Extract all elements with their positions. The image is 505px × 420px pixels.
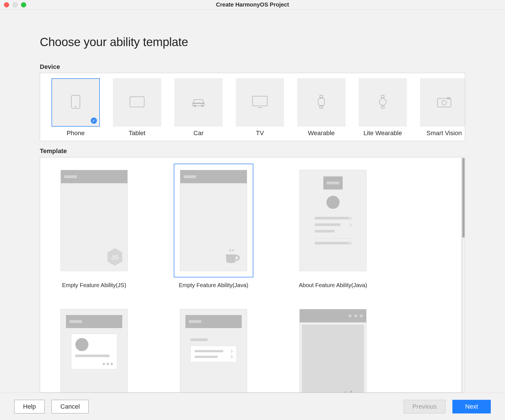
- footer: Help Cancel Previous Next: [0, 393, 505, 420]
- device-tile: ✓: [236, 78, 284, 127]
- device-phone[interactable]: ✓ Phone: [51, 78, 100, 137]
- template-preview: [180, 309, 247, 393]
- wearable-icon: [317, 95, 326, 110]
- template-list: JS Empty Feature Ability(JS) Empty Featu…: [40, 157, 462, 393]
- svg-point-11: [379, 98, 386, 105]
- svg-rect-8: [318, 98, 324, 106]
- template-card: [293, 164, 373, 277]
- device-label: Car: [193, 129, 203, 137]
- tv-icon: [252, 96, 268, 109]
- svg-rect-9: [320, 95, 323, 98]
- template-label: Empty Feature Ability(JS): [62, 282, 126, 289]
- device-tile: ✓: [51, 78, 100, 127]
- svg-rect-10: [320, 106, 323, 108]
- content-area: Choose your ability template Device ✓ Ph…: [0, 10, 505, 393]
- titlebar: Create HarmonyOS Project: [0, 0, 505, 10]
- svg-text:JS: JS: [111, 254, 119, 261]
- template-section-label: Template: [40, 147, 465, 155]
- phone-icon: [71, 95, 80, 110]
- template-card: JS: [54, 164, 134, 277]
- page-heading: Choose your ability template: [40, 35, 465, 49]
- device-tablet[interactable]: ✓ Tablet: [113, 78, 161, 137]
- device-tile: ✓: [113, 78, 161, 127]
- template-card: [174, 303, 253, 393]
- check-icon: ✓: [91, 118, 97, 124]
- template-scrollbar[interactable]: [462, 157, 465, 393]
- template-card: [174, 164, 253, 277]
- java-icon: [224, 249, 242, 266]
- device-label: Lite Wearable: [363, 129, 402, 137]
- js-icon: JS: [106, 248, 123, 267]
- template-preview: [299, 170, 367, 271]
- svg-rect-14: [437, 98, 451, 107]
- device-label: Wearable: [308, 129, 335, 137]
- help-button[interactable]: Help: [14, 400, 45, 413]
- template-preview: JS: [61, 170, 128, 271]
- template-label: Empty Feature Ability(Java): [179, 282, 249, 289]
- template-card: [293, 303, 373, 393]
- device-list: ✓ Phone ✓ Tablet ✓ Car ✓ TV ✓ Wearable ✓…: [40, 73, 465, 141]
- device-tile: ✓: [174, 78, 223, 127]
- smart-vision-icon: [437, 96, 452, 109]
- template-preview: [61, 309, 128, 393]
- car-icon: [191, 96, 206, 109]
- template-label: About Feature Ability(Java): [299, 282, 367, 289]
- svg-rect-12: [381, 95, 384, 98]
- device-tile: ✓: [359, 78, 407, 127]
- device-lite-wearable[interactable]: ✓ Lite Wearable: [359, 78, 407, 137]
- device-tv[interactable]: ✓ TV: [236, 78, 284, 137]
- svg-rect-2: [130, 97, 144, 107]
- template-fullscreen[interactable]: Full Screen Ability(Java): [293, 303, 373, 393]
- svg-point-15: [442, 100, 446, 105]
- device-wearable[interactable]: ✓ Wearable: [297, 78, 345, 137]
- tablet-icon: [129, 96, 145, 109]
- template-wrap: JS Empty Feature Ability(JS) Empty Featu…: [40, 157, 465, 393]
- device-smart-vision[interactable]: ✓ Smart Vision: [420, 78, 465, 137]
- template-preview: [299, 309, 367, 393]
- template-empty-java[interactable]: Empty Feature Ability(Java): [174, 164, 253, 289]
- device-label: Phone: [67, 129, 85, 137]
- device-label: TV: [256, 129, 264, 137]
- device-tile: ✓: [297, 78, 345, 127]
- svg-rect-13: [381, 106, 384, 108]
- template-category[interactable]: Category Ability(Java): [174, 303, 253, 393]
- scrollbar-thumb[interactable]: [462, 158, 465, 238]
- next-button[interactable]: Next: [452, 400, 491, 413]
- device-label: Smart Vision: [427, 129, 462, 137]
- template-business[interactable]: Business Card Ability(Java): [54, 303, 134, 393]
- previous-button: Previous: [403, 400, 446, 413]
- template-about[interactable]: About Feature Ability(Java): [293, 164, 373, 289]
- svg-point-1: [75, 106, 76, 107]
- svg-rect-6: [252, 96, 267, 106]
- window-title: Create HarmonyOS Project: [0, 1, 505, 8]
- device-section-label: Device: [40, 63, 465, 71]
- template-card: [54, 303, 134, 393]
- template-empty-js[interactable]: JS Empty Feature Ability(JS): [54, 164, 134, 289]
- cancel-button[interactable]: Cancel: [51, 400, 88, 413]
- device-label: Tablet: [129, 129, 146, 137]
- svg-point-18: [343, 392, 348, 393]
- template-preview: [180, 170, 247, 271]
- device-car[interactable]: ✓ Car: [174, 78, 223, 137]
- lite-wearable-icon: [378, 95, 387, 110]
- device-tile: ✓: [420, 78, 465, 127]
